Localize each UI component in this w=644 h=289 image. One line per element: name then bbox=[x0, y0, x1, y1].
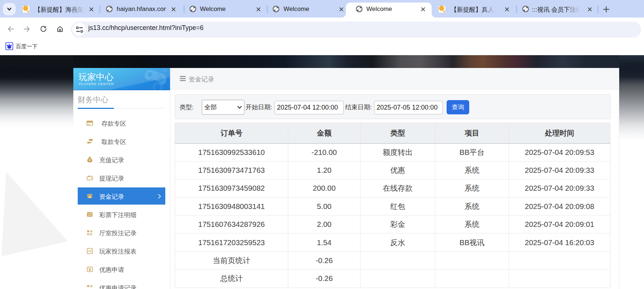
svg-text:¥: ¥ bbox=[89, 159, 91, 162]
